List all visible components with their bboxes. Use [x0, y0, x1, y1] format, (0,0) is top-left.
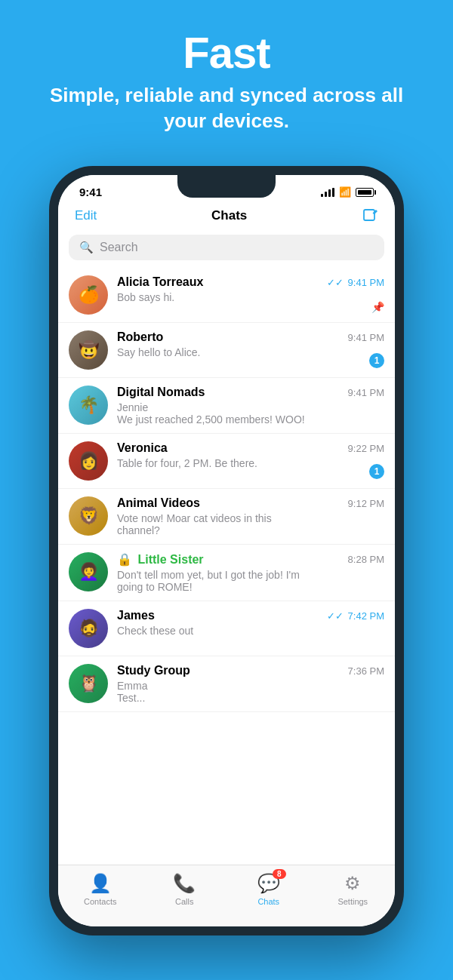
avatar: 🌴 [69, 386, 108, 425]
avatar: 🦁 [69, 496, 108, 536]
hero-title: Fast [30, 29, 423, 77]
contacts-label: Contacts [84, 897, 116, 906]
chat-header-row: Digital Nomads9:41 PM [117, 386, 384, 399]
search-icon: 🔍 [79, 241, 94, 254]
chat-name: James [117, 609, 155, 622]
search-bar-wrap: 🔍 Search [58, 230, 395, 268]
chat-header-row: Study Group7:36 PM [117, 664, 384, 677]
hero-subtitle: Simple, reliable and synced across all y… [30, 83, 423, 134]
contacts-icon: 👤 [89, 873, 112, 893]
double-check-icon: ✓✓ [327, 610, 347, 622]
tab-calls[interactable]: 📞Calls [154, 873, 214, 906]
chat-time: 7:36 PM [348, 665, 384, 677]
chat-time: ✓✓ 9:41 PM [327, 277, 384, 288]
contacts-icon-wrap: 👤 [89, 873, 112, 894]
avatar: 🧔 [69, 609, 108, 648]
avatar: 🦉 [69, 664, 108, 703]
chat-name: Study Group [117, 664, 190, 677]
avatar: 👩 [69, 441, 108, 481]
avatar: 🍊 [69, 275, 108, 315]
list-item[interactable]: 🦁Animal Videos9:12 PMVote now! Moar cat … [58, 489, 395, 545]
chat-time: 8:28 PM [348, 554, 384, 565]
chat-name: Veronica [117, 441, 168, 455]
tab-bar: 👤Contacts📞Calls💬8Chats⚙Settings [58, 865, 395, 926]
tab-contacts[interactable]: 👤Contacts [70, 873, 131, 906]
list-item[interactable]: 👩‍🦱🔒 Little Sister8:28 PMDon't tell mom … [58, 545, 395, 601]
chat-content: 🔒 Little Sister8:28 PMDon't tell mom yet… [117, 552, 384, 593]
chat-list: 🍊Alicia Torreaux✓✓ 9:41 PMBob says hi.📌🤠… [58, 268, 395, 880]
edit-button[interactable]: Edit [75, 208, 97, 223]
chat-content: Digital Nomads9:41 PMJennieWe just reach… [117, 386, 384, 425]
chat-preview-sub: Jennie [117, 401, 313, 413]
chat-name: Roberto [117, 330, 163, 344]
chat-content: Animal Videos9:12 PMVote now! Moar cat v… [117, 496, 384, 536]
chat-preview: Table for four, 2 PM. Be there. [117, 457, 313, 469]
search-bar[interactable]: 🔍 Search [69, 235, 384, 260]
chat-content: Roberto9:41 PMSay hello to Alice. [117, 330, 384, 358]
notch [177, 175, 276, 198]
calls-icon: 📞 [173, 873, 196, 893]
chat-content: Alicia Torreaux✓✓ 9:41 PMBob says hi. [117, 275, 384, 303]
chat-name: Alicia Torreaux [117, 275, 203, 289]
chat-preview: Vote now! Moar cat videos in this channe… [117, 512, 313, 536]
search-placeholder: Search [100, 241, 138, 254]
lock-icon: 🔒 [117, 553, 135, 566]
battery-icon [356, 188, 374, 197]
chat-preview: We just reached 2,500 members! WOO! [117, 413, 313, 425]
chat-header-row: Veronica9:22 PM [117, 441, 384, 455]
svg-rect-0 [364, 210, 374, 220]
avatar: 🤠 [69, 330, 108, 370]
calls-label: Calls [175, 897, 193, 906]
chat-preview: Bob says hi. [117, 291, 313, 303]
list-item[interactable]: 🌴Digital Nomads9:41 PMJennieWe just reac… [58, 378, 395, 434]
chat-content: Veronica9:22 PMTable for four, 2 PM. Be … [117, 441, 384, 469]
tab-chats[interactable]: 💬8Chats [239, 873, 299, 906]
chat-header-row: 🔒 Little Sister8:28 PM [117, 552, 384, 567]
unread-badge: 1 [369, 353, 384, 368]
chat-time: 9:41 PM [348, 387, 384, 398]
chat-content: Study Group7:36 PMEmmaTest... [117, 664, 384, 704]
chat-time: 9:12 PM [348, 498, 384, 509]
chat-preview: Say hello to Alice. [117, 346, 313, 358]
chat-header-row: Alicia Torreaux✓✓ 9:41 PM [117, 275, 384, 289]
chat-content: James✓✓ 7:42 PMCheck these out [117, 609, 384, 637]
calls-icon-wrap: 📞 [173, 873, 196, 894]
chat-preview: Check these out [117, 625, 313, 637]
hero-section: Fast Simple, reliable and synced across … [0, 0, 453, 155]
chat-header-row: James✓✓ 7:42 PM [117, 609, 384, 622]
chat-preview: Don't tell mom yet, but I got the job! I… [117, 569, 313, 593]
settings-icon-wrap: ⚙ [344, 873, 361, 894]
chat-header-row: Animal Videos9:12 PM [117, 496, 384, 510]
list-item[interactable]: 👩Veronica9:22 PMTable for four, 2 PM. Be… [58, 434, 395, 489]
chat-time: ✓✓ 7:42 PM [327, 610, 384, 622]
settings-label: Settings [337, 897, 368, 906]
chat-name: Animal Videos [117, 496, 200, 510]
avatar: 👩‍🦱 [69, 552, 108, 591]
list-item[interactable]: 🦉Study Group7:36 PMEmmaTest... [58, 656, 395, 712]
tab-badge: 8 [273, 869, 286, 879]
chat-preview: Test... [117, 692, 313, 704]
double-check-icon: ✓✓ [327, 277, 347, 288]
chats-icon-wrap: 💬8 [257, 873, 280, 894]
settings-icon: ⚙ [344, 873, 361, 893]
list-item[interactable]: 🧔James✓✓ 7:42 PMCheck these out [58, 601, 395, 656]
phone-frame: 9:41 📶 Edit Chats [49, 166, 404, 935]
chats-label: Chats [257, 897, 279, 906]
signal-bars-icon [321, 188, 334, 197]
nav-bar: Edit Chats [58, 204, 395, 230]
chat-time: 9:22 PM [348, 443, 384, 454]
wifi-icon: 📶 [339, 186, 351, 198]
status-time: 9:41 [79, 186, 102, 198]
tab-settings[interactable]: ⚙Settings [322, 873, 383, 906]
chat-preview-sub: Emma [117, 680, 313, 692]
list-item[interactable]: 🍊Alicia Torreaux✓✓ 9:41 PMBob says hi.📌 [58, 268, 395, 323]
unread-badge: 1 [369, 464, 384, 479]
chat-name: Digital Nomads [117, 386, 205, 399]
list-item[interactable]: 🤠Roberto9:41 PMSay hello to Alice.1 [58, 323, 395, 378]
pin-icon: 📌 [371, 301, 384, 313]
page-title: Chats [211, 208, 247, 223]
phone-screen: 9:41 📶 Edit Chats [58, 175, 395, 926]
compose-icon[interactable] [362, 207, 378, 224]
chat-name: 🔒 Little Sister [117, 552, 204, 567]
chat-time: 9:41 PM [348, 332, 384, 343]
